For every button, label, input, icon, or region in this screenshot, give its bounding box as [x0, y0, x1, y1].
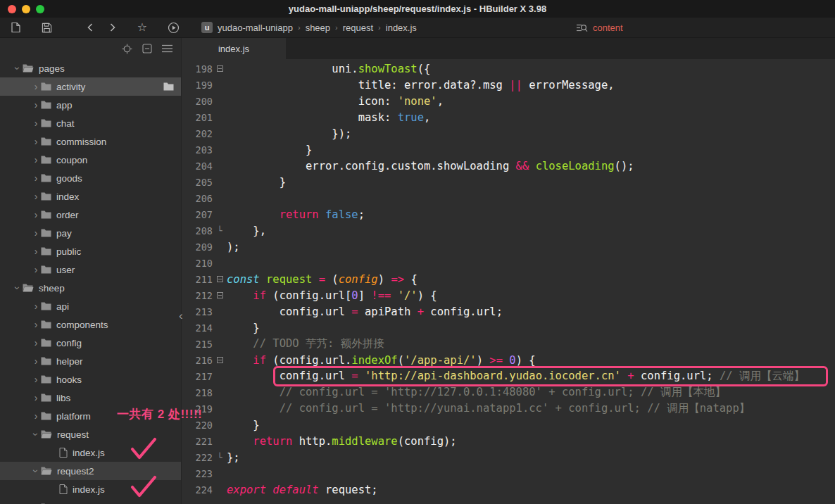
code-line-205[interactable]: 205 } — [182, 174, 835, 190]
tree-folder-app[interactable]: ›app — [0, 96, 181, 114]
search-content-label[interactable]: content — [593, 23, 623, 33]
line-number[interactable]: 212 — [182, 290, 213, 301]
chevron-right-icon[interactable]: › — [31, 228, 41, 238]
chevron-right-icon[interactable]: › — [31, 137, 41, 146]
chevron-right-icon[interactable]: › — [31, 191, 41, 201]
line-number[interactable]: 204 — [182, 160, 213, 172]
tree-folder-api[interactable]: ›api — [0, 297, 181, 315]
code-line-201[interactable]: 201 mask: true, — [182, 109, 835, 125]
chevron-down-icon[interactable]: › — [13, 63, 23, 73]
code-line-200[interactable]: 200 icon: 'none', — [182, 93, 835, 109]
line-number[interactable]: 205 — [182, 177, 213, 188]
tree-folder-hooks[interactable]: ›hooks — [0, 370, 181, 389]
chevron-right-icon[interactable]: › — [31, 356, 41, 366]
tree-folder-platform[interactable]: ›platform — [0, 407, 181, 425]
tab-indexjs[interactable]: index.js — [182, 38, 286, 59]
line-number[interactable]: 216 — [182, 355, 213, 366]
line-number[interactable]: 203 — [182, 144, 213, 156]
code-line-213[interactable]: 213 config.url = apiPath + config.url; — [182, 303, 835, 320]
tree-file-index.js[interactable]: index.js — [0, 480, 181, 498]
line-number[interactable]: 224 — [182, 484, 213, 496]
line-number[interactable]: 207 — [182, 209, 213, 220]
code-line-214[interactable]: 214 } — [182, 320, 835, 336]
code-line-221[interactable]: 221 return http.middleware(config); — [182, 433, 835, 449]
line-number[interactable]: 223 — [182, 468, 213, 479]
code-line-204[interactable]: 204 error.config.custom.showLoading && c… — [182, 158, 835, 174]
chevron-right-icon[interactable]: › — [31, 246, 41, 256]
tree-folder-components[interactable]: ›components — [0, 315, 181, 334]
close-window-button[interactable] — [8, 5, 16, 13]
code-line-208[interactable]: 208└ }, — [182, 222, 835, 239]
tree-folder-config[interactable]: ›config — [0, 334, 181, 352]
favorite-star-button[interactable]: ☆ — [135, 20, 149, 34]
code-line-216[interactable]: 216 if (config.url.indexOf('/app-api/') … — [182, 352, 835, 368]
tree-folder-router[interactable]: ›router — [0, 498, 181, 504]
tree-folder-chat[interactable]: ›chat — [0, 114, 181, 132]
tree-folder-helper[interactable]: ›helper — [0, 352, 181, 370]
code-line-198[interactable]: 198 uni.showToast({ — [182, 61, 835, 77]
tree-folder-user[interactable]: ›user — [0, 260, 181, 279]
line-number[interactable]: 201 — [182, 112, 213, 123]
new-file-button[interactable] — [8, 20, 23, 34]
fold-marker-icon[interactable] — [217, 65, 223, 72]
code-line-206[interactable]: 206 — [182, 190, 835, 206]
chevron-right-icon[interactable]: › — [31, 301, 41, 311]
run-button[interactable] — [166, 20, 180, 34]
locate-file-icon[interactable] — [122, 44, 132, 54]
search-in-content[interactable]: content — [576, 18, 623, 37]
line-number[interactable]: 202 — [182, 128, 213, 139]
code-line-203[interactable]: 203 } — [182, 141, 835, 158]
fold-marker-icon[interactable] — [217, 276, 223, 282]
tree-folder-coupon[interactable]: ›coupon — [0, 151, 181, 169]
tree-folder-index[interactable]: ›index — [0, 187, 181, 206]
line-number[interactable]: 206 — [182, 193, 213, 204]
chevron-right-icon[interactable]: › — [31, 393, 41, 403]
chevron-right-icon[interactable]: › — [31, 155, 41, 165]
chevron-down-icon[interactable]: › — [31, 466, 41, 476]
code-line-215[interactable]: 215 // TODO 芋艿: 额外拼接 — [182, 336, 835, 352]
line-number[interactable]: 215 — [182, 339, 213, 350]
line-number[interactable]: 220 — [182, 420, 213, 431]
chevron-right-icon[interactable]: › — [31, 210, 41, 220]
tree-folder-order[interactable]: ›order — [0, 206, 181, 224]
code-line-209[interactable]: 209); — [182, 239, 835, 255]
code-line-212[interactable]: 212 if (config.url[0] !== '/') { — [182, 287, 835, 303]
code-line-220[interactable]: 220 } — [182, 417, 835, 433]
breadcrumb-item[interactable]: request — [343, 23, 373, 33]
line-number[interactable]: 198 — [182, 63, 213, 75]
line-number[interactable]: 211 — [182, 274, 213, 285]
zoom-window-button[interactable] — [36, 5, 44, 13]
tree-folder-libs[interactable]: ›libs — [0, 389, 181, 407]
forward-button[interactable] — [106, 20, 120, 34]
code-line-217[interactable]: 217 config.url = 'http://api-dashboard.y… — [182, 368, 835, 384]
chevron-right-icon[interactable]: › — [31, 374, 41, 384]
chevron-right-icon[interactable]: › — [31, 100, 41, 110]
line-number[interactable]: 213 — [182, 306, 213, 317]
back-button[interactable] — [83, 20, 97, 34]
code-line-219[interactable]: 219 // config.url = 'http://yunai.natapp… — [182, 401, 835, 417]
chevron-down-icon[interactable]: › — [31, 429, 41, 439]
fold-marker-icon[interactable] — [217, 357, 223, 363]
line-number[interactable]: 210 — [182, 258, 213, 269]
tree-folder-commission[interactable]: ›commission — [0, 132, 181, 151]
chevron-right-icon[interactable]: › — [31, 411, 41, 421]
line-number[interactable]: 217 — [182, 371, 213, 382]
line-number[interactable]: 219 — [182, 403, 213, 415]
tree-folder-activity[interactable]: ›activity — [0, 77, 181, 96]
breadcrumb-item[interactable]: yudao-mall-uniapp — [218, 23, 293, 33]
code-line-202[interactable]: 202 }); — [182, 125, 835, 141]
line-number[interactable]: 221 — [182, 436, 213, 447]
code-line-222[interactable]: 222└}; — [182, 449, 835, 465]
breadcrumb-item[interactable]: index.js — [386, 23, 417, 33]
code-line-211[interactable]: 211const request = (config) => { — [182, 271, 835, 287]
chevron-right-icon[interactable]: › — [31, 173, 41, 183]
line-number[interactable]: 218 — [182, 387, 213, 398]
code-line-223[interactable]: 223 — [182, 465, 835, 481]
chevron-down-icon[interactable]: › — [13, 283, 23, 293]
tree-folder-sheep[interactable]: ›sheep — [0, 279, 181, 297]
tree-folder-request2[interactable]: ›request2 — [0, 462, 181, 480]
tree-folder-request[interactable]: ›request — [0, 425, 181, 443]
chevron-right-icon[interactable]: › — [31, 338, 41, 348]
save-button[interactable] — [39, 20, 54, 34]
line-number[interactable]: 209 — [182, 241, 213, 253]
